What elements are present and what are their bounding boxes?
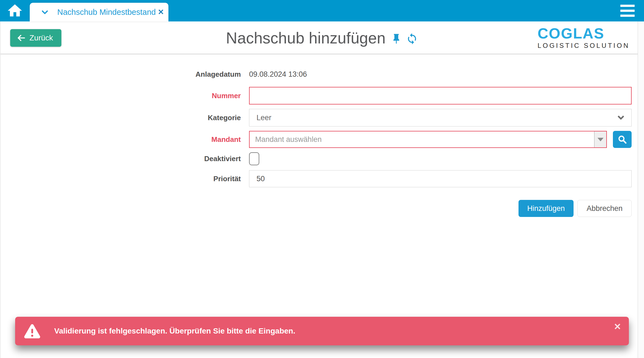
prioritaet-label: Priorität	[0, 175, 249, 183]
row-deaktiviert: Deaktiviert	[0, 152, 644, 165]
row-kategorie: Kategorie Leer	[0, 109, 644, 126]
form-actions: Hinzufügen Abbrechen	[0, 200, 632, 217]
search-icon	[618, 135, 627, 144]
anlagedatum-value: 09.08.2024 13:06	[249, 70, 307, 79]
row-anlagedatum: Anlagedatum 09.08.2024 13:06	[0, 69, 644, 80]
nachschub-form: Anlagedatum 09.08.2024 13:06 Nummer Kate…	[0, 54, 644, 217]
back-button-label: Zurück	[29, 34, 53, 42]
home-icon	[6, 2, 23, 19]
chevron-down-icon	[616, 113, 625, 122]
mandant-label: Mandant	[0, 135, 249, 144]
row-nummer: Nummer	[0, 87, 644, 104]
arrow-left-icon	[17, 34, 26, 42]
topbar: Nachschub Mindestbestand ✕	[0, 0, 644, 21]
tab-label: Nachschub Mindestbestand	[57, 8, 156, 17]
mandant-input[interactable]	[250, 131, 594, 147]
row-prioritaet: Priorität	[0, 170, 644, 187]
prioritaet-input[interactable]	[249, 170, 632, 187]
topbar-spacer	[168, 0, 619, 21]
vertical-scrollbar[interactable]	[638, 21, 644, 358]
pin-icon[interactable]	[391, 33, 402, 45]
logo-subtitle: LOGISTIC SOLUTION	[537, 42, 630, 49]
page-title: Nachschub hinzufügen	[226, 29, 386, 47]
mandant-combobox	[249, 131, 607, 148]
triangle-down-icon	[597, 138, 604, 141]
back-button[interactable]: Zurück	[10, 29, 61, 47]
tab-nachschub-mindestbestand[interactable]: Nachschub Mindestbestand ✕	[30, 3, 168, 21]
title-group: Nachschub hinzufügen	[226, 21, 418, 54]
alert-message: Validierung ist fehlgeschlagen. Überprüf…	[54, 327, 295, 335]
kategorie-label: Kategorie	[0, 114, 249, 122]
warning-icon	[23, 322, 41, 340]
nummer-input[interactable]	[249, 87, 632, 104]
refresh-icon[interactable]	[406, 33, 418, 45]
deaktiviert-label: Deaktiviert	[0, 155, 249, 163]
chevron-down-icon[interactable]	[41, 8, 49, 16]
menu-icon[interactable]	[619, 3, 636, 18]
tab-close-icon[interactable]: ✕	[158, 9, 164, 16]
home-button[interactable]	[0, 0, 30, 21]
deaktiviert-checkbox[interactable]	[249, 152, 259, 165]
left-edge-divider	[0, 21, 1, 358]
kategorie-select[interactable]: Leer	[249, 109, 632, 126]
page-header: Zurück Nachschub hinzufügen COGLAS LOGIS…	[0, 21, 644, 54]
logo-name: COGLAS	[537, 26, 604, 41]
mandant-search-button[interactable]	[613, 131, 632, 148]
submit-button[interactable]: Hinzufügen	[519, 200, 574, 217]
mandant-dropdown-button[interactable]	[594, 131, 606, 147]
anlagedatum-label: Anlagedatum	[0, 70, 249, 79]
row-mandant: Mandant	[0, 131, 644, 148]
validation-alert: Validierung ist fehlgeschlagen. Überprüf…	[15, 317, 629, 345]
alert-close-icon[interactable]: ✕	[614, 322, 621, 331]
coglas-logo: COGLAS LOGISTIC SOLUTION	[537, 26, 630, 49]
kategorie-selected-value: Leer	[256, 114, 271, 122]
cancel-button[interactable]: Abbrechen	[577, 200, 632, 217]
nummer-label: Nummer	[0, 92, 249, 100]
